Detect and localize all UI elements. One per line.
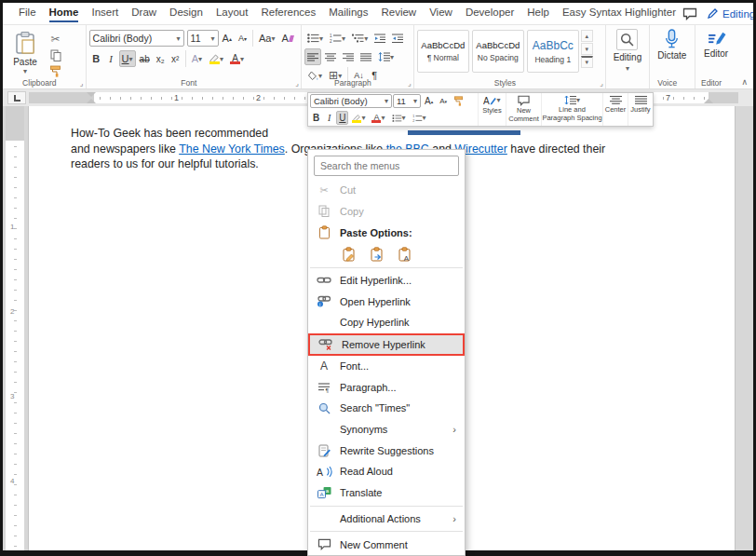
font-name-combobox[interactable]: Calibri (Body) ▾	[89, 30, 184, 47]
clipboard-dialog-launcher-icon[interactable]: ⌟	[80, 79, 84, 88]
mini-justify-button[interactable]: Justify	[628, 93, 653, 126]
editing-mode-button[interactable]: Editing ▾	[707, 7, 756, 20]
menu-item-translate[interactable]: aA Translate	[308, 482, 465, 504]
menu-item-edit-hyperlink[interactable]: Edit Hyperlink...	[308, 270, 465, 292]
menu-item-remove-hyperlink[interactable]: Remove Hyperlink	[308, 333, 465, 356]
font-color-button[interactable]: A ▾	[227, 50, 247, 67]
comments-icon[interactable]	[682, 7, 697, 20]
styles-scroll-down-button[interactable]: ▾	[581, 43, 593, 55]
font-size-combobox[interactable]: 11 ▾	[187, 30, 219, 47]
tab-view[interactable]: View	[423, 3, 459, 25]
cut-button[interactable]: ✂	[47, 32, 64, 47]
font-dialog-launcher-icon[interactable]: ⌟	[295, 79, 299, 88]
text-effects-button[interactable]: A▾	[189, 50, 205, 67]
search-menus-input[interactable]	[314, 156, 459, 176]
shrink-font-button[interactable]: A▾	[236, 30, 250, 47]
right-indent-marker[interactable]	[704, 99, 713, 103]
mini-italic-button[interactable]: I	[323, 111, 335, 125]
edit-hyperlink-icon	[316, 275, 332, 286]
align-center-button[interactable]	[322, 48, 339, 65]
mini-shrink-font-button[interactable]: A▾	[437, 94, 450, 108]
menu-item-rewrite-suggestions[interactable]: Rewrite Suggestions	[308, 440, 465, 461]
menu-item-copy-hyperlink[interactable]: Copy Hyperlink	[308, 312, 465, 333]
menu-item-paragraph[interactable]: ¶ Paragraph...	[308, 376, 465, 398]
style-no-spacing[interactable]: AaBbCcDd No Spacing	[472, 30, 524, 73]
change-case-button[interactable]: Aa▾	[256, 30, 277, 47]
mini-font-size-combobox[interactable]: 11 ▾	[393, 94, 421, 108]
paste-keep-source-formatting-button[interactable]	[340, 245, 358, 264]
tab-review[interactable]: Review	[374, 3, 423, 25]
superscript-button[interactable]: x²	[169, 50, 182, 67]
dictate-button[interactable]	[663, 29, 681, 48]
style-heading-1[interactable]: AaBbCc Heading 1	[527, 30, 579, 73]
paragraph-dialog-launcher-icon[interactable]: ⌟	[408, 79, 412, 88]
clear-formatting-button[interactable]: A	[278, 30, 295, 47]
numbering-button[interactable]: 12 ▾	[327, 30, 348, 47]
mini-line-spacing-button[interactable]: ▾ Line and Paragraph Spacing	[541, 93, 602, 126]
style-normal[interactable]: AaBbCcDd ¶ Normal	[417, 30, 469, 73]
chevron-down-icon: ▾	[319, 34, 323, 43]
align-right-button[interactable]	[340, 48, 357, 65]
tab-mailings[interactable]: Mailings	[322, 3, 374, 25]
hanging-indent-marker[interactable]	[87, 99, 96, 103]
tab-references[interactable]: References	[254, 3, 322, 25]
mini-font-name-combobox[interactable]: Calibri (Body) ▾	[310, 94, 392, 108]
tab-file[interactable]: File	[12, 3, 43, 25]
decrease-indent-button[interactable]	[371, 30, 388, 47]
multilevel-list-button[interactable]: ▾	[349, 30, 371, 47]
mini-grow-font-button[interactable]: A▴	[422, 94, 436, 108]
mini-bullets-button[interactable]: ▾	[389, 111, 409, 125]
format-painter-button[interactable]	[47, 64, 64, 78]
paste-button[interactable]: Paste ▾	[6, 28, 45, 77]
tab-easy-syntax-highlighter[interactable]: Easy Syntax Highlighter	[556, 3, 682, 25]
styles-scroll-up-button[interactable]: ▴	[581, 30, 593, 42]
mini-format-painter-button[interactable]	[451, 94, 466, 108]
hyperlink-new-york-times[interactable]: The New York Times	[179, 142, 285, 156]
menu-item-search-times[interactable]: Search "Times"	[308, 398, 465, 419]
tab-design[interactable]: Design	[163, 3, 209, 25]
menu-item-new-comment[interactable]: New Comment	[308, 534, 465, 555]
menu-item-open-hyperlink[interactable]: i Open Hyperlink	[308, 291, 465, 312]
mini-center-button[interactable]: Center	[602, 93, 628, 126]
paste-keep-text-only-button[interactable]: A	[396, 245, 413, 264]
menu-item-additional-actions[interactable]: Additional Actions ›	[308, 509, 465, 530]
italic-button[interactable]: I	[104, 50, 118, 67]
tab-selector[interactable]	[7, 91, 26, 104]
justify-button[interactable]	[358, 48, 374, 65]
subscript-button[interactable]: x₂	[154, 50, 168, 67]
mini-highlight-button[interactable]: ▾	[349, 111, 368, 125]
menu-item-read-aloud[interactable]: A Read Aloud	[308, 461, 465, 482]
styles-dialog-launcher-icon[interactable]: ⌟	[600, 79, 603, 88]
mini-font-color-button[interactable]: A ▾	[369, 111, 387, 125]
paste-merge-formatting-button[interactable]	[368, 245, 385, 264]
styles-more-button[interactable]: ▾	[581, 56, 593, 68]
menu-item-synonyms[interactable]: Synonyms ›	[308, 419, 465, 441]
bullets-button[interactable]: ▾	[304, 30, 326, 47]
tab-insert[interactable]: Insert	[85, 3, 125, 25]
line-spacing-button[interactable]: ▾	[375, 48, 397, 65]
grow-font-button[interactable]: A▴	[220, 30, 235, 47]
text-highlight-button[interactable]: ▾	[206, 50, 226, 67]
tab-developer[interactable]: Developer	[459, 3, 520, 25]
menu-item-font[interactable]: A Font...	[308, 356, 465, 377]
collapse-ribbon-icon[interactable]: ∧	[741, 77, 748, 87]
editing-button[interactable]	[616, 29, 638, 50]
align-left-button[interactable]	[304, 48, 321, 65]
mini-styles-button[interactable]: A ▾ Styles	[478, 93, 506, 126]
increase-indent-button[interactable]	[389, 30, 406, 47]
bold-button[interactable]: B	[89, 50, 103, 67]
copy-button[interactable]	[47, 48, 64, 62]
tab-help[interactable]: Help	[520, 3, 556, 25]
strikethrough-button[interactable]: ab	[137, 50, 153, 67]
mini-bold-button[interactable]: B	[310, 111, 322, 125]
mini-underline-button[interactable]: U	[336, 111, 348, 125]
editor-button[interactable]	[707, 29, 726, 47]
tab-home[interactable]: Home	[43, 3, 86, 25]
mini-new-comment-button[interactable]: New Comment	[506, 93, 541, 126]
tab-draw[interactable]: Draw	[125, 3, 163, 25]
underline-button[interactable]: U▾	[119, 50, 136, 67]
first-line-indent-marker[interactable]	[87, 92, 96, 97]
paragraph-group: ▾ 12 ▾ ▾	[302, 25, 414, 88]
tab-layout[interactable]: Layout	[209, 3, 255, 25]
mini-numbering-button[interactable]: 12 ▾	[410, 111, 429, 125]
